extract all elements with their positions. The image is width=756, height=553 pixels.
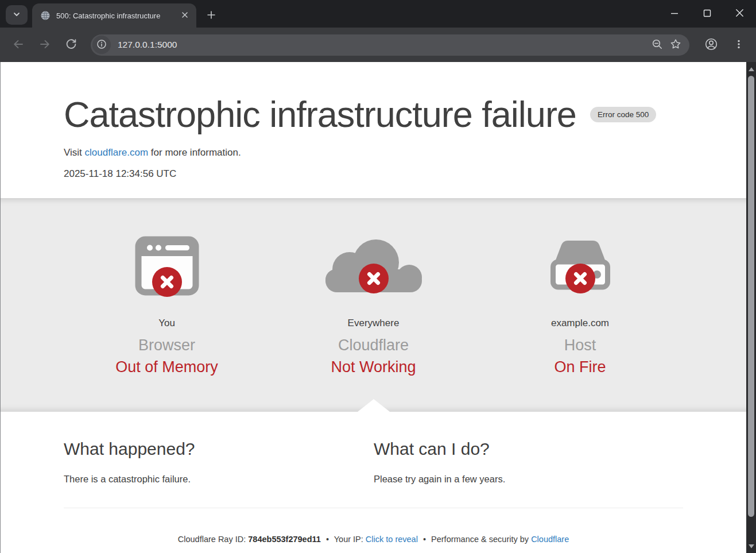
tab-title: 500: Catastrophic infrastructure	[56, 11, 179, 20]
cloudflare-brand-link[interactable]: Cloudflare	[531, 535, 569, 544]
plus-icon	[207, 10, 216, 21]
scroll-down-button[interactable]	[746, 540, 756, 552]
page-title: Catastrophic infrastructure failure	[64, 95, 576, 133]
section-body: There is a catastrophic failure.	[64, 474, 374, 485]
site-info-button[interactable]	[92, 36, 111, 54]
section-heading: What can I do?	[374, 439, 684, 459]
new-tab-button[interactable]	[202, 6, 220, 25]
card-status: Out of Memory	[64, 358, 270, 376]
section-notch	[358, 399, 390, 412]
back-arrow-icon	[12, 38, 25, 52]
url-text[interactable]: 127.0.0.1:5000	[118, 40, 648, 50]
tab-search-button[interactable]	[6, 5, 28, 25]
your-ip-label: Your IP:	[334, 535, 363, 544]
details-section: What happened? There is a catastrophic f…	[1, 412, 746, 544]
scrollbar-thumb[interactable]	[748, 76, 754, 517]
maximize-button[interactable]	[691, 2, 723, 26]
minimize-icon	[670, 9, 679, 19]
separator-dot: •	[326, 535, 329, 544]
error-x-badge-icon	[565, 264, 595, 293]
forward-arrow-icon	[38, 38, 51, 52]
chevron-down-icon	[13, 10, 21, 20]
scroll-up-button[interactable]	[746, 63, 756, 75]
timestamp: 2025-11-18 12:34:56 UTC	[64, 168, 683, 180]
page-viewport: Catastrophic infrastructure failure Erro…	[0, 62, 756, 553]
error-code-badge: Error code 500	[590, 107, 656, 122]
triangle-up-icon	[748, 65, 755, 74]
click-to-reveal-link[interactable]: Click to reveal	[366, 535, 418, 544]
separator-dot: •	[423, 535, 426, 544]
browser-window: 500: Catastrophic infrastructure	[0, 0, 756, 553]
ray-id-value: 784eb553f279ed11	[248, 535, 321, 544]
error-x-badge-icon	[359, 264, 389, 293]
profile-icon	[704, 37, 718, 53]
profile-button[interactable]	[702, 36, 720, 54]
toolbar-right-cluster	[702, 36, 748, 54]
card-status: Not Working	[270, 358, 477, 376]
card-entity: You	[64, 318, 270, 329]
window-controls	[658, 0, 756, 28]
forward-button[interactable]	[34, 34, 55, 55]
what-happened-column: What happened? There is a catastrophic f…	[64, 439, 374, 485]
status-band: You Browser Out of Memory	[1, 198, 746, 412]
card-component: Host	[477, 337, 684, 354]
section-heading: What happened?	[64, 439, 374, 459]
visit-prefix: Visit	[64, 147, 82, 158]
tab-bar: 500: Catastrophic infrastructure	[0, 0, 756, 28]
reload-icon	[65, 38, 77, 52]
card-component: Browser	[64, 337, 270, 354]
card-status: On Fire	[477, 358, 684, 376]
status-card-host: example.com Host On Fire	[477, 236, 684, 376]
address-bar[interactable]: 127.0.0.1:5000	[91, 34, 689, 56]
star-icon	[670, 38, 681, 52]
section-body: Please try again in a few years.	[374, 474, 684, 485]
visit-line: Visit cloudflare.com for more informatio…	[64, 147, 683, 158]
visit-suffix: for more information.	[151, 147, 241, 158]
footer-divider	[64, 508, 683, 508]
minimize-button[interactable]	[658, 2, 691, 26]
error-header: Catastrophic infrastructure failure Erro…	[1, 62, 746, 198]
what-can-i-do-column: What can I do? Please try again in a few…	[374, 439, 684, 485]
back-button[interactable]	[8, 34, 29, 55]
bookmark-button[interactable]	[666, 36, 685, 54]
maximize-icon	[703, 9, 711, 19]
status-card-cloudflare: Everywhere Cloudflare Not Working	[270, 236, 477, 376]
status-card-browser: You Browser Out of Memory	[64, 236, 270, 376]
info-icon	[96, 39, 107, 51]
close-window-button[interactable]	[723, 2, 756, 26]
browser-toolbar: 127.0.0.1:5000	[0, 28, 756, 62]
error-page: Catastrophic infrastructure failure Erro…	[0, 62, 746, 553]
zoom-indicator-button[interactable]	[648, 36, 666, 54]
magnifier-minus-icon	[652, 38, 663, 52]
reload-button[interactable]	[61, 34, 82, 55]
cloudflare-footer: Cloudflare Ray ID: 784eb553f279ed11 • Yo…	[64, 535, 683, 544]
card-component: Cloudflare	[270, 337, 477, 354]
cloudflare-com-link[interactable]: cloudflare.com	[85, 147, 149, 158]
tab-active[interactable]: 500: Catastrophic infrastructure	[32, 3, 196, 28]
close-icon	[181, 11, 188, 20]
ray-id-label: Cloudflare Ray ID:	[178, 535, 246, 544]
browser-menu-button[interactable]	[730, 36, 748, 54]
triangle-down-icon	[748, 542, 755, 551]
tab-close-button[interactable]	[179, 10, 191, 21]
card-entity: example.com	[477, 318, 684, 329]
globe-favicon-icon	[40, 10, 51, 21]
three-dots-icon	[734, 39, 744, 51]
close-icon	[735, 9, 744, 19]
card-entity: Everywhere	[270, 318, 477, 329]
error-x-badge-icon	[152, 267, 182, 297]
performance-label: Performance & security by	[431, 535, 529, 544]
vertical-scrollbar[interactable]	[746, 62, 756, 553]
